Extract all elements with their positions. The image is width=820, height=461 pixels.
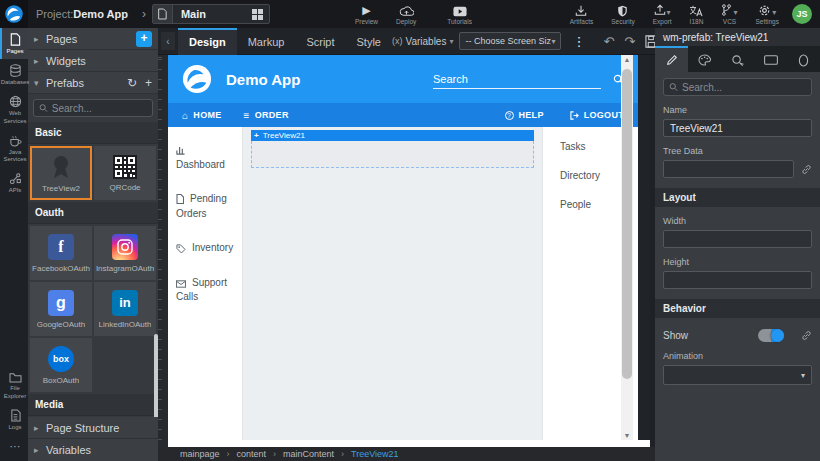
app-search-field[interactable] [433,70,601,89]
prefab-tile-treeview2[interactable]: TreeView2 [30,146,92,200]
design-canvas[interactable]: Demo App ⌂ HOME ≡ ORDER [168,55,638,447]
breadcrumb-item-mainpage[interactable]: mainpage [180,449,220,459]
menu-item-inventory[interactable]: Inventory [176,241,234,256]
tab-device[interactable] [754,46,787,72]
prefab-tile-facebookoauth[interactable]: f FacebookOAuth [30,226,92,280]
user-avatar[interactable]: JS [792,4,812,24]
collapse-left-button[interactable]: ‹ [161,32,175,50]
prefab-tile-googleoauth[interactable]: g GoogleOAuth [30,282,92,336]
prefab-tile-label: InstagramOAuth [96,264,154,273]
wavemaker-logo[interactable] [0,0,28,28]
security-button[interactable]: Security [611,0,634,28]
add-page-button[interactable]: + [136,31,152,47]
width-input[interactable] [663,230,812,248]
tab-script[interactable]: Script [295,28,345,55]
prefab-tile-qrcode[interactable]: QRCode [94,146,156,200]
treeview-widget-body[interactable] [251,141,534,168]
treeview-widget-titlebar[interactable]: + TreeView21 [251,130,534,141]
undo-button[interactable]: ↶ [598,34,619,49]
prefab-search[interactable] [33,99,153,117]
canvas-vertical-scrollbar[interactable]: ▲ ▼ [621,55,633,440]
move-handle-icon[interactable]: + [254,130,259,141]
sidebar-item-more[interactable]: ⋯ [0,435,28,461]
treeview-widget[interactable]: + TreeView21 [251,130,534,168]
prefab-tile-linkedinoauth[interactable]: in LinkedInOAuth [94,282,156,336]
prefab-search-input[interactable] [52,103,147,114]
sidebar-item-databases[interactable]: Databases [0,59,28,90]
scrollbar-down-arrow[interactable]: ▼ [621,432,633,439]
app-search-input[interactable] [433,70,601,88]
tab-events[interactable] [721,46,754,72]
redo-button[interactable]: ↷ [619,34,640,49]
tab-outline[interactable] [787,46,820,72]
menu-item-pending-orders[interactable]: Pending Orders [176,192,234,221]
nav-help[interactable]: ? HELP [505,110,544,120]
name-input[interactable] [663,119,812,137]
tree-data-input[interactable] [663,160,794,178]
tab-styles[interactable] [688,46,721,72]
project-chevron-icon: › [142,7,146,21]
settings-chevron-icon: ▾ [772,8,776,17]
breadcrumb-item-content[interactable]: content [237,449,267,459]
caret-right-icon: ▸ [34,423,46,433]
settings-button[interactable]: ▾ Settings [756,0,780,28]
sidebar-item-apis[interactable]: APIs [0,167,28,198]
height-input[interactable] [663,271,812,289]
menu-item-dashboard[interactable]: Dashboard [176,143,234,172]
prefab-list: Basic TreeView2 QRCode Oauth f FacebookO… [28,122,158,417]
screen-size-dropdown[interactable]: -- Choose Screen Size -- ▾ [459,32,561,50]
page-grid-icon[interactable] [252,9,263,20]
deploy-button[interactable]: Deploy [396,0,416,28]
tab-design[interactable]: Design [178,28,237,55]
menu-item-directory[interactable]: Directory [560,170,621,181]
add-prefab-icon[interactable]: + [145,76,152,90]
vcs-button[interactable]: ▾ VCS [721,0,737,28]
properties-search[interactable] [663,78,812,96]
prefab-tile-instagramoauth[interactable]: InstagramOAuth [94,226,156,280]
sidebar-item-java-services[interactable]: Java Services [0,129,28,167]
app-right-menu: Tasks Directory People [542,127,621,440]
app-header[interactable]: Demo App [168,55,638,103]
accordion-pages[interactable]: ▸ Pages + [28,28,158,50]
tab-style[interactable]: Style [346,28,392,55]
sidebar-item-logs[interactable]: Logs [0,404,28,435]
breadcrumb-item-maincontent[interactable]: mainContent [283,449,334,459]
show-toggle[interactable] [758,329,784,342]
preview-button[interactable]: ▶ Preview [355,0,378,28]
menu-item-tasks[interactable]: Tasks [560,141,621,152]
accordion-page-structure[interactable]: ▸ Page Structure [28,417,158,439]
menu-item-support-calls[interactable]: Support Calls [176,276,234,305]
tab-markup[interactable]: Markup [237,28,296,55]
bind-link-icon[interactable] [801,164,812,175]
accordion-variables[interactable]: ▸ Variables [28,439,158,461]
page-selector[interactable]: Main [152,4,270,24]
sidebar-item-file-explorer[interactable]: File Explorer [0,367,28,403]
variables-dropdown[interactable]: (x) Variables ▾ [392,36,453,47]
breadcrumb-item-treeview21[interactable]: TreeView21 [351,449,399,459]
refresh-prefabs-icon[interactable]: ↻ [127,76,137,90]
properties-search-input[interactable] [682,82,806,93]
app-content-area[interactable]: + TreeView21 [243,127,542,440]
tutorials-button[interactable]: Tutorials [447,0,472,28]
i18n-button[interactable]: I18N [689,0,703,28]
more-options-kebab-icon[interactable]: ⋮ [567,34,590,49]
accordion-widgets[interactable]: ▸ Widgets [28,50,158,72]
sidebar-item-pages[interactable]: Pages [0,28,28,59]
animation-select[interactable]: ▾ [663,365,812,385]
accordion-prefabs[interactable]: ▾ Prefabs ↻ + [28,72,158,94]
tab-properties[interactable] [655,46,688,72]
export-button[interactable]: ▾ Export [653,0,672,28]
scrollbar-up-arrow[interactable]: ▲ [621,56,633,63]
artifacts-label: Artifacts [570,18,593,25]
artifacts-button[interactable]: Artifacts [570,0,593,28]
scrollbar-thumb[interactable] [622,69,632,379]
nav-home[interactable]: ⌂ HOME [182,110,222,121]
bind-link-icon[interactable] [801,330,812,341]
left-panel-scrollbar[interactable] [154,334,158,417]
nav-logout[interactable]: LOGOUT [570,110,624,120]
nav-order[interactable]: ≡ ORDER [244,110,289,121]
menu-item-people[interactable]: People [560,199,621,210]
prefab-tile-label: TreeView2 [42,184,80,193]
prefab-tile-boxoauth[interactable]: box BoxOAuth [30,338,92,392]
sidebar-item-web-services[interactable]: Web Services [0,90,28,128]
